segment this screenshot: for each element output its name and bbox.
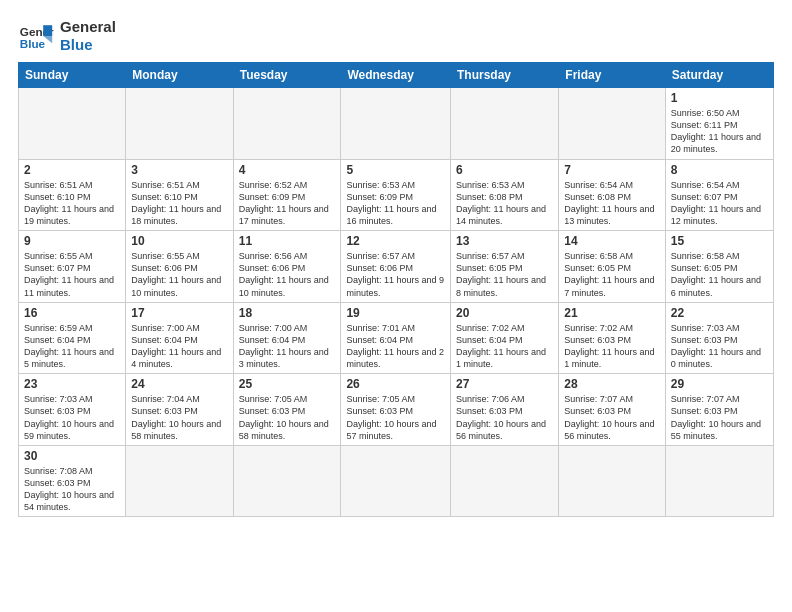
calendar-cell xyxy=(559,88,666,160)
day-info: Sunrise: 6:51 AM Sunset: 6:10 PM Dayligh… xyxy=(131,179,227,228)
day-info: Sunrise: 7:00 AM Sunset: 6:04 PM Dayligh… xyxy=(131,322,227,371)
weekday-thursday: Thursday xyxy=(451,63,559,88)
day-info: Sunrise: 6:52 AM Sunset: 6:09 PM Dayligh… xyxy=(239,179,336,228)
day-number: 17 xyxy=(131,306,227,320)
week-row-2: 2Sunrise: 6:51 AM Sunset: 6:10 PM Daylig… xyxy=(19,159,774,231)
calendar-cell: 8Sunrise: 6:54 AM Sunset: 6:07 PM Daylig… xyxy=(665,159,773,231)
day-info: Sunrise: 7:05 AM Sunset: 6:03 PM Dayligh… xyxy=(346,393,445,442)
day-number: 5 xyxy=(346,163,445,177)
day-number: 18 xyxy=(239,306,336,320)
logo-general-text: General xyxy=(60,18,116,36)
calendar-cell: 5Sunrise: 6:53 AM Sunset: 6:09 PM Daylig… xyxy=(341,159,451,231)
day-number: 27 xyxy=(456,377,553,391)
calendar-cell: 11Sunrise: 6:56 AM Sunset: 6:06 PM Dayli… xyxy=(233,231,341,303)
calendar-cell xyxy=(341,88,451,160)
day-info: Sunrise: 7:04 AM Sunset: 6:03 PM Dayligh… xyxy=(131,393,227,442)
calendar-cell: 27Sunrise: 7:06 AM Sunset: 6:03 PM Dayli… xyxy=(451,374,559,446)
day-info: Sunrise: 6:57 AM Sunset: 6:05 PM Dayligh… xyxy=(456,250,553,299)
calendar-cell: 10Sunrise: 6:55 AM Sunset: 6:06 PM Dayli… xyxy=(126,231,233,303)
day-number: 24 xyxy=(131,377,227,391)
week-row-5: 23Sunrise: 7:03 AM Sunset: 6:03 PM Dayli… xyxy=(19,374,774,446)
day-info: Sunrise: 6:54 AM Sunset: 6:07 PM Dayligh… xyxy=(671,179,768,228)
calendar-cell xyxy=(233,88,341,160)
logo-icon: General Blue xyxy=(18,18,54,54)
day-info: Sunrise: 7:05 AM Sunset: 6:03 PM Dayligh… xyxy=(239,393,336,442)
calendar-cell: 13Sunrise: 6:57 AM Sunset: 6:05 PM Dayli… xyxy=(451,231,559,303)
day-info: Sunrise: 7:01 AM Sunset: 6:04 PM Dayligh… xyxy=(346,322,445,371)
calendar-cell: 15Sunrise: 6:58 AM Sunset: 6:05 PM Dayli… xyxy=(665,231,773,303)
day-number: 30 xyxy=(24,449,120,463)
day-info: Sunrise: 7:02 AM Sunset: 6:04 PM Dayligh… xyxy=(456,322,553,371)
day-number: 16 xyxy=(24,306,120,320)
calendar-cell: 3Sunrise: 6:51 AM Sunset: 6:10 PM Daylig… xyxy=(126,159,233,231)
weekday-sunday: Sunday xyxy=(19,63,126,88)
day-number: 10 xyxy=(131,234,227,248)
calendar-cell: 17Sunrise: 7:00 AM Sunset: 6:04 PM Dayli… xyxy=(126,302,233,374)
day-number: 1 xyxy=(671,91,768,105)
calendar-cell: 12Sunrise: 6:57 AM Sunset: 6:06 PM Dayli… xyxy=(341,231,451,303)
calendar-cell: 29Sunrise: 7:07 AM Sunset: 6:03 PM Dayli… xyxy=(665,374,773,446)
day-number: 25 xyxy=(239,377,336,391)
calendar-table: SundayMondayTuesdayWednesdayThursdayFrid… xyxy=(18,62,774,517)
day-info: Sunrise: 6:58 AM Sunset: 6:05 PM Dayligh… xyxy=(564,250,660,299)
svg-marker-2 xyxy=(43,25,52,36)
calendar-cell: 19Sunrise: 7:01 AM Sunset: 6:04 PM Dayli… xyxy=(341,302,451,374)
day-info: Sunrise: 6:58 AM Sunset: 6:05 PM Dayligh… xyxy=(671,250,768,299)
day-number: 12 xyxy=(346,234,445,248)
calendar-cell: 21Sunrise: 7:02 AM Sunset: 6:03 PM Dayli… xyxy=(559,302,666,374)
day-number: 4 xyxy=(239,163,336,177)
day-info: Sunrise: 6:56 AM Sunset: 6:06 PM Dayligh… xyxy=(239,250,336,299)
day-number: 22 xyxy=(671,306,768,320)
day-number: 3 xyxy=(131,163,227,177)
day-info: Sunrise: 7:07 AM Sunset: 6:03 PM Dayligh… xyxy=(564,393,660,442)
weekday-monday: Monday xyxy=(126,63,233,88)
day-info: Sunrise: 6:50 AM Sunset: 6:11 PM Dayligh… xyxy=(671,107,768,156)
calendar-cell xyxy=(451,445,559,517)
calendar-cell xyxy=(126,445,233,517)
day-number: 2 xyxy=(24,163,120,177)
day-number: 7 xyxy=(564,163,660,177)
calendar-cell: 9Sunrise: 6:55 AM Sunset: 6:07 PM Daylig… xyxy=(19,231,126,303)
weekday-tuesday: Tuesday xyxy=(233,63,341,88)
calendar-cell: 18Sunrise: 7:00 AM Sunset: 6:04 PM Dayli… xyxy=(233,302,341,374)
weekday-friday: Friday xyxy=(559,63,666,88)
weekday-wednesday: Wednesday xyxy=(341,63,451,88)
day-info: Sunrise: 6:51 AM Sunset: 6:10 PM Dayligh… xyxy=(24,179,120,228)
calendar-cell: 28Sunrise: 7:07 AM Sunset: 6:03 PM Dayli… xyxy=(559,374,666,446)
day-info: Sunrise: 6:57 AM Sunset: 6:06 PM Dayligh… xyxy=(346,250,445,299)
weekday-header-row: SundayMondayTuesdayWednesdayThursdayFrid… xyxy=(19,63,774,88)
calendar-cell xyxy=(341,445,451,517)
calendar-cell: 22Sunrise: 7:03 AM Sunset: 6:03 PM Dayli… xyxy=(665,302,773,374)
day-number: 6 xyxy=(456,163,553,177)
day-info: Sunrise: 7:02 AM Sunset: 6:03 PM Dayligh… xyxy=(564,322,660,371)
week-row-6: 30Sunrise: 7:08 AM Sunset: 6:03 PM Dayli… xyxy=(19,445,774,517)
day-info: Sunrise: 6:59 AM Sunset: 6:04 PM Dayligh… xyxy=(24,322,120,371)
calendar-cell: 2Sunrise: 6:51 AM Sunset: 6:10 PM Daylig… xyxy=(19,159,126,231)
calendar-cell xyxy=(233,445,341,517)
day-number: 20 xyxy=(456,306,553,320)
calendar-cell xyxy=(451,88,559,160)
header: General Blue General Blue xyxy=(18,18,774,54)
calendar-cell xyxy=(559,445,666,517)
week-row-1: 1Sunrise: 6:50 AM Sunset: 6:11 PM Daylig… xyxy=(19,88,774,160)
day-number: 21 xyxy=(564,306,660,320)
calendar-cell: 7Sunrise: 6:54 AM Sunset: 6:08 PM Daylig… xyxy=(559,159,666,231)
svg-text:Blue: Blue xyxy=(20,37,46,50)
calendar-cell xyxy=(665,445,773,517)
calendar-cell: 25Sunrise: 7:05 AM Sunset: 6:03 PM Dayli… xyxy=(233,374,341,446)
week-row-4: 16Sunrise: 6:59 AM Sunset: 6:04 PM Dayli… xyxy=(19,302,774,374)
calendar-cell: 14Sunrise: 6:58 AM Sunset: 6:05 PM Dayli… xyxy=(559,231,666,303)
calendar-cell: 26Sunrise: 7:05 AM Sunset: 6:03 PM Dayli… xyxy=(341,374,451,446)
calendar-cell xyxy=(126,88,233,160)
day-number: 28 xyxy=(564,377,660,391)
page: General Blue General Blue SundayMondayTu… xyxy=(0,0,792,612)
day-info: Sunrise: 7:00 AM Sunset: 6:04 PM Dayligh… xyxy=(239,322,336,371)
calendar-cell: 1Sunrise: 6:50 AM Sunset: 6:11 PM Daylig… xyxy=(665,88,773,160)
calendar-cell: 6Sunrise: 6:53 AM Sunset: 6:08 PM Daylig… xyxy=(451,159,559,231)
calendar-cell: 16Sunrise: 6:59 AM Sunset: 6:04 PM Dayli… xyxy=(19,302,126,374)
logo: General Blue General Blue xyxy=(18,18,116,54)
day-number: 26 xyxy=(346,377,445,391)
day-info: Sunrise: 6:53 AM Sunset: 6:09 PM Dayligh… xyxy=(346,179,445,228)
calendar-cell: 4Sunrise: 6:52 AM Sunset: 6:09 PM Daylig… xyxy=(233,159,341,231)
day-info: Sunrise: 6:54 AM Sunset: 6:08 PM Dayligh… xyxy=(564,179,660,228)
